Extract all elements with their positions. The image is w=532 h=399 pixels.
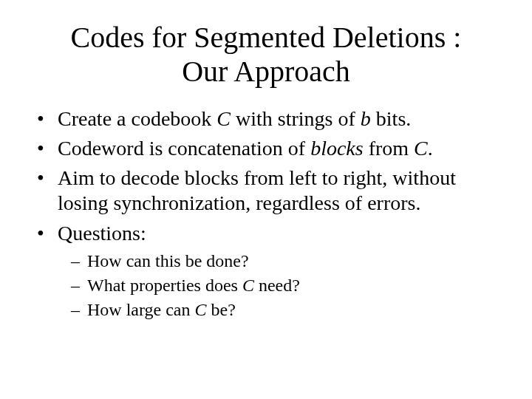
sub-bullet-list: How can this be done? What properties do… [71, 250, 502, 321]
sub-bullet-2: What properties does C need? [71, 275, 502, 296]
sub-bullet-2-text-a: What properties does [87, 276, 242, 295]
bullet-2-text-c: . [428, 137, 433, 160]
bullet-4-text: Questions: [58, 222, 146, 245]
blocks-word: blocks [310, 137, 364, 160]
bullet-1-text-b: with strings of [231, 107, 361, 130]
slide: Codes for Segmented Deletions : Our Appr… [0, 0, 532, 399]
sub-bullet-1-text: How can this be done? [87, 251, 249, 270]
codebook-var: C [216, 107, 231, 130]
bullet-2-text-b: from [364, 137, 414, 160]
bullet-2-text-a: Codeword is concatenation of [58, 137, 310, 160]
sub-bullet-3-text-b: be? [207, 300, 236, 319]
title-line-1: Codes for Segmented Deletions : [71, 21, 462, 54]
sub-bullet-3-text-a: How large can [87, 300, 195, 319]
codebook-var-2: C [414, 137, 428, 160]
bullet-4: Questions: How can this be done? What pr… [37, 221, 502, 321]
slide-title: Codes for Segmented Deletions : Our Appr… [30, 21, 502, 89]
bits-var: b [361, 107, 371, 130]
bullet-2: Codeword is concatenation of blocks from… [37, 136, 502, 161]
bullet-3-text: Aim to decode blocks from left to right,… [58, 166, 456, 214]
bullet-1: Create a codebook C with strings of b bi… [37, 106, 502, 132]
sub-bullet-2-text-b: need? [254, 276, 300, 295]
bullet-1-text-a: Create a codebook [58, 107, 216, 130]
codebook-var-3: C [242, 276, 254, 295]
bullet-1-text-c: bits. [371, 107, 411, 130]
bullet-list: Create a codebook C with strings of b bi… [37, 106, 502, 321]
sub-bullet-1: How can this be done? [71, 250, 502, 272]
sub-bullet-3: How large can C be? [71, 299, 502, 321]
codebook-var-4: C [195, 300, 207, 319]
title-line-2: Our Approach [182, 55, 350, 88]
bullet-3: Aim to decode blocks from left to right,… [37, 166, 502, 216]
